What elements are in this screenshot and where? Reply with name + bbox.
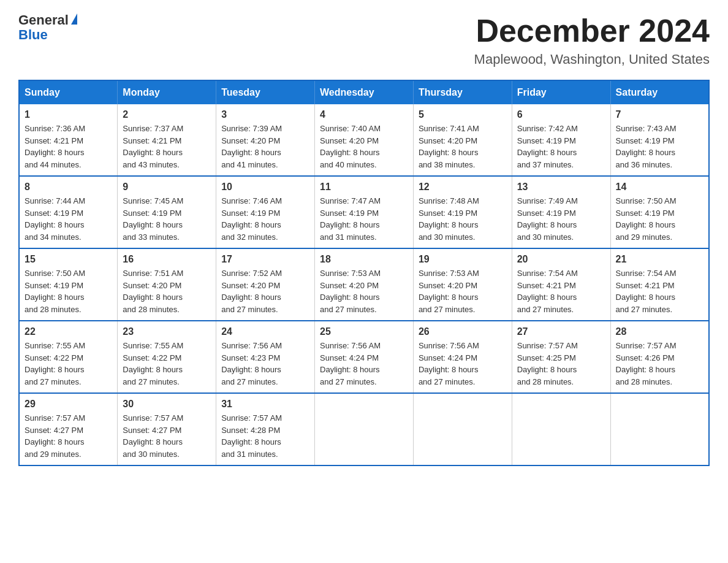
table-row: 16 Sunrise: 7:51 AM Sunset: 4:20 PM Dayl… (118, 248, 216, 321)
day-info: Sunrise: 7:51 AM Sunset: 4:20 PM Dayligh… (123, 267, 211, 315)
day-number: 3 (221, 109, 309, 120)
day-number: 31 (221, 399, 309, 410)
day-info: Sunrise: 7:41 AM Sunset: 4:20 PM Dayligh… (419, 123, 507, 170)
day-number: 17 (221, 254, 309, 265)
day-number: 8 (25, 182, 112, 193)
title-area: December 2024 Maplewood, Washington, Uni… (474, 12, 710, 67)
table-row: 18 Sunrise: 7:53 AM Sunset: 4:20 PM Dayl… (315, 248, 414, 321)
day-info: Sunrise: 7:52 AM Sunset: 4:20 PM Dayligh… (221, 267, 309, 315)
table-row: 6 Sunrise: 7:42 AM Sunset: 4:19 PM Dayli… (512, 104, 610, 176)
table-row: 31 Sunrise: 7:57 AM Sunset: 4:28 PM Dayl… (216, 393, 315, 465)
day-info: Sunrise: 7:37 AM Sunset: 4:21 PM Dayligh… (123, 123, 211, 170)
day-number: 23 (123, 326, 211, 337)
day-info: Sunrise: 7:57 AM Sunset: 4:26 PM Dayligh… (616, 340, 703, 388)
col-saturday: Saturday (610, 80, 709, 104)
table-row: 13 Sunrise: 7:49 AM Sunset: 4:19 PM Dayl… (512, 176, 610, 248)
day-number: 30 (123, 399, 211, 410)
table-row: 15 Sunrise: 7:50 AM Sunset: 4:19 PM Dayl… (19, 248, 118, 321)
calendar-week-row-3: 15 Sunrise: 7:50 AM Sunset: 4:19 PM Dayl… (19, 248, 709, 321)
day-number: 1 (25, 109, 112, 120)
day-info: Sunrise: 7:57 AM Sunset: 4:27 PM Dayligh… (123, 412, 211, 460)
col-sunday: Sunday (19, 80, 118, 104)
table-row: 28 Sunrise: 7:57 AM Sunset: 4:26 PM Dayl… (610, 321, 709, 393)
day-number: 29 (25, 399, 112, 410)
table-row: 24 Sunrise: 7:56 AM Sunset: 4:23 PM Dayl… (216, 321, 315, 393)
table-row: 12 Sunrise: 7:48 AM Sunset: 4:19 PM Dayl… (413, 176, 512, 248)
day-number: 13 (517, 182, 605, 193)
calendar-week-row-5: 29 Sunrise: 7:57 AM Sunset: 4:27 PM Dayl… (19, 393, 709, 465)
day-info: Sunrise: 7:53 AM Sunset: 4:20 PM Dayligh… (419, 267, 507, 315)
day-number: 26 (419, 326, 507, 337)
col-wednesday: Wednesday (315, 80, 414, 104)
day-number: 6 (517, 109, 605, 120)
day-number: 14 (616, 182, 703, 193)
table-row: 17 Sunrise: 7:52 AM Sunset: 4:20 PM Dayl… (216, 248, 315, 321)
table-row: 23 Sunrise: 7:55 AM Sunset: 4:22 PM Dayl… (118, 321, 216, 393)
table-row: 8 Sunrise: 7:44 AM Sunset: 4:19 PM Dayli… (19, 176, 118, 248)
table-row: 10 Sunrise: 7:46 AM Sunset: 4:19 PM Dayl… (216, 176, 315, 248)
table-row: 20 Sunrise: 7:54 AM Sunset: 4:21 PM Dayl… (512, 248, 610, 321)
table-row: 30 Sunrise: 7:57 AM Sunset: 4:27 PM Dayl… (118, 393, 216, 465)
day-number: 21 (616, 254, 703, 265)
calendar-subtitle: Maplewood, Washington, United States (474, 52, 710, 67)
table-row: 9 Sunrise: 7:45 AM Sunset: 4:19 PM Dayli… (118, 176, 216, 248)
day-number: 20 (517, 254, 605, 265)
day-info: Sunrise: 7:39 AM Sunset: 4:20 PM Dayligh… (221, 123, 309, 170)
day-info: Sunrise: 7:53 AM Sunset: 4:20 PM Dayligh… (320, 267, 408, 315)
day-number: 15 (25, 254, 112, 265)
table-row: 7 Sunrise: 7:43 AM Sunset: 4:19 PM Dayli… (610, 104, 709, 176)
table-row: 27 Sunrise: 7:57 AM Sunset: 4:25 PM Dayl… (512, 321, 610, 393)
day-info: Sunrise: 7:47 AM Sunset: 4:19 PM Dayligh… (320, 195, 408, 243)
table-row (315, 393, 414, 465)
table-row: 5 Sunrise: 7:41 AM Sunset: 4:20 PM Dayli… (413, 104, 512, 176)
day-number: 22 (25, 326, 112, 337)
calendar-header-row: Sunday Monday Tuesday Wednesday Thursday… (19, 80, 709, 104)
day-info: Sunrise: 7:48 AM Sunset: 4:19 PM Dayligh… (419, 195, 507, 243)
logo-triangle-icon (71, 13, 77, 25)
col-thursday: Thursday (413, 80, 512, 104)
day-info: Sunrise: 7:43 AM Sunset: 4:19 PM Dayligh… (616, 123, 703, 170)
day-number: 7 (616, 109, 703, 120)
table-row: 21 Sunrise: 7:54 AM Sunset: 4:21 PM Dayl… (610, 248, 709, 321)
day-number: 24 (221, 326, 309, 337)
table-row: 26 Sunrise: 7:56 AM Sunset: 4:24 PM Dayl… (413, 321, 512, 393)
day-number: 2 (123, 109, 211, 120)
day-number: 28 (616, 326, 703, 337)
day-info: Sunrise: 7:54 AM Sunset: 4:21 PM Dayligh… (616, 267, 703, 315)
table-row: 2 Sunrise: 7:37 AM Sunset: 4:21 PM Dayli… (118, 104, 216, 176)
day-info: Sunrise: 7:49 AM Sunset: 4:19 PM Dayligh… (517, 195, 605, 243)
day-info: Sunrise: 7:57 AM Sunset: 4:27 PM Dayligh… (25, 412, 112, 460)
day-number: 5 (419, 109, 507, 120)
table-row (413, 393, 512, 465)
table-row: 25 Sunrise: 7:56 AM Sunset: 4:24 PM Dayl… (315, 321, 414, 393)
table-row: 11 Sunrise: 7:47 AM Sunset: 4:19 PM Dayl… (315, 176, 414, 248)
day-number: 25 (320, 326, 408, 337)
day-info: Sunrise: 7:36 AM Sunset: 4:21 PM Dayligh… (25, 123, 112, 170)
table-row: 14 Sunrise: 7:50 AM Sunset: 4:19 PM Dayl… (610, 176, 709, 248)
day-info: Sunrise: 7:57 AM Sunset: 4:28 PM Dayligh… (221, 412, 309, 460)
day-info: Sunrise: 7:55 AM Sunset: 4:22 PM Dayligh… (123, 340, 211, 388)
logo-general: General (18, 12, 69, 28)
day-info: Sunrise: 7:45 AM Sunset: 4:19 PM Dayligh… (123, 195, 211, 243)
table-row (512, 393, 610, 465)
day-number: 10 (221, 182, 309, 193)
table-row: 3 Sunrise: 7:39 AM Sunset: 4:20 PM Dayli… (216, 104, 315, 176)
day-info: Sunrise: 7:44 AM Sunset: 4:19 PM Dayligh… (25, 195, 112, 243)
day-info: Sunrise: 7:56 AM Sunset: 4:24 PM Dayligh… (320, 340, 408, 388)
day-info: Sunrise: 7:50 AM Sunset: 4:19 PM Dayligh… (25, 267, 112, 315)
table-row: 4 Sunrise: 7:40 AM Sunset: 4:20 PM Dayli… (315, 104, 414, 176)
table-row: 22 Sunrise: 7:55 AM Sunset: 4:22 PM Dayl… (19, 321, 118, 393)
day-number: 11 (320, 182, 408, 193)
table-row: 1 Sunrise: 7:36 AM Sunset: 4:21 PM Dayli… (19, 104, 118, 176)
table-row: 19 Sunrise: 7:53 AM Sunset: 4:20 PM Dayl… (413, 248, 512, 321)
day-number: 12 (419, 182, 507, 193)
calendar-week-row-1: 1 Sunrise: 7:36 AM Sunset: 4:21 PM Dayli… (19, 104, 709, 176)
day-number: 4 (320, 109, 408, 120)
day-number: 16 (123, 254, 211, 265)
day-info: Sunrise: 7:54 AM Sunset: 4:21 PM Dayligh… (517, 267, 605, 315)
day-number: 19 (419, 254, 507, 265)
day-info: Sunrise: 7:55 AM Sunset: 4:22 PM Dayligh… (25, 340, 112, 388)
col-friday: Friday (512, 80, 610, 104)
calendar-title: December 2024 (474, 12, 710, 49)
calendar-table: Sunday Monday Tuesday Wednesday Thursday… (18, 80, 710, 466)
